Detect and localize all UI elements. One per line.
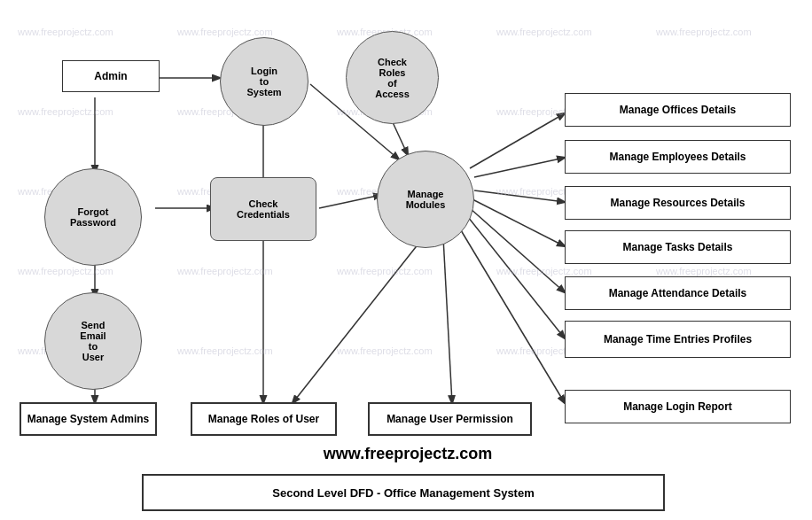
manage-login-report-label: Manage Login Report <box>623 400 732 413</box>
forgot-password-circle: ForgotPassword <box>44 168 142 266</box>
svg-line-17 <box>443 237 452 403</box>
admin-box: Admin <box>62 60 160 92</box>
svg-line-14 <box>468 217 565 338</box>
manage-resources-label: Manage Resources Details <box>610 197 745 209</box>
send-email-circle: SendEmailtoUser <box>44 292 142 390</box>
admin-label: Admin <box>94 70 127 82</box>
svg-line-11 <box>474 190 565 202</box>
manage-time-entries-box: Manage Time Entries Profiles <box>565 321 791 358</box>
manage-user-permission-label: Manage User Permission <box>386 413 513 425</box>
website-text: www.freeprojectz.com <box>257 445 558 463</box>
manage-login-report-box: Manage Login Report <box>565 390 791 423</box>
send-email-label: SendEmailtoUser <box>80 320 105 362</box>
svg-line-7 <box>319 195 381 208</box>
manage-system-admins-box: Manage System Admins <box>20 402 157 436</box>
manage-modules-label: ManageModules <box>406 189 446 210</box>
manage-attendance-label: Manage Attendance Details <box>609 287 747 299</box>
svg-line-15 <box>461 230 565 403</box>
manage-time-entries-label: Manage Time Entries Profiles <box>604 333 752 345</box>
manage-roles-label: Manage Roles of User <box>208 413 319 425</box>
title-box: Second Level DFD - Office Management Sys… <box>142 474 665 511</box>
manage-system-admins-label: Manage System Admins <box>27 413 150 425</box>
manage-attendance-box: Manage Attendance Details <box>565 276 791 310</box>
check-credentials-label: CheckCredentials <box>237 198 290 220</box>
manage-resources-box: Manage Resources Details <box>565 186 791 220</box>
check-roles-circle: CheckRolesofAccess <box>346 31 439 124</box>
check-roles-label: CheckRolesofAccess <box>375 57 410 99</box>
login-label: LogintoSystem <box>246 66 281 97</box>
check-credentials-box: CheckCredentials <box>210 177 316 241</box>
manage-offices-label: Manage Offices Details <box>620 104 736 116</box>
manage-tasks-box: Manage Tasks Details <box>565 230 791 264</box>
forgot-password-label: ForgotPassword <box>70 206 116 228</box>
manage-tasks-label: Manage Tasks Details <box>623 241 733 253</box>
svg-line-16 <box>293 235 426 403</box>
manage-roles-box: Manage Roles of User <box>191 402 337 436</box>
manage-employees-box: Manage Employees Details <box>565 140 791 174</box>
svg-line-10 <box>474 158 565 177</box>
manage-user-permission-box: Manage User Permission <box>368 402 532 436</box>
manage-offices-box: Manage Offices Details <box>565 93 791 127</box>
diagram-container: www.freeprojectz.com www.freeprojectz.co… <box>0 0 812 520</box>
manage-employees-label: Manage Employees Details <box>609 151 746 163</box>
manage-modules-circle: ManageModules <box>377 151 474 248</box>
login-circle: LogintoSystem <box>220 37 308 126</box>
title-label: Second Level DFD - Office Management Sys… <box>272 486 534 500</box>
